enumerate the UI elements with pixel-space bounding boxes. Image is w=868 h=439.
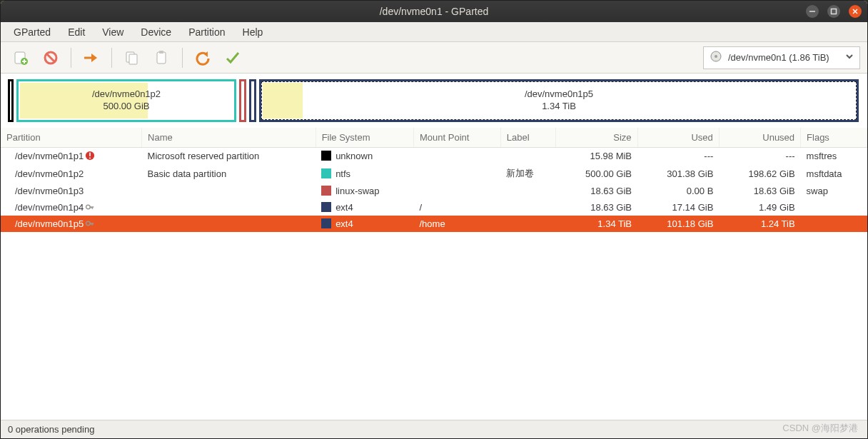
partition-block[interactable] [249,79,256,122]
toolbar-separator [111,48,112,68]
svg-point-15 [715,55,717,58]
col-size[interactable]: Size [556,128,637,148]
cell-mount: /home [413,216,500,232]
table-row[interactable]: /dev/nvme0n1p5ext4/home1.34 TiB101.18 Gi… [1,216,867,232]
col-used[interactable]: Used [637,128,719,148]
chevron-down-icon [845,52,854,63]
cell-used: 17.14 GiB [637,199,719,216]
fs-color-swatch [321,218,331,228]
toolbar: /dev/nvme0n1 (1.86 TiB) [1,42,867,74]
table-row[interactable]: /dev/nvme0n1p1Microsoft reserved partiti… [1,148,867,165]
col-fs[interactable]: File System [316,128,413,148]
cell-size: 18.63 GiB [556,183,637,199]
cell-fs: unknown [316,148,413,165]
cell-flags [801,216,867,232]
statusbar: 0 operations pending [1,420,867,438]
table-row[interactable]: /dev/nvme0n1p3linux-swap18.63 GiB0.00 B1… [1,183,867,199]
partition-block[interactable]: /dev/nvme0n1p2500.00 GiB [16,79,236,122]
cell-unused: 18.63 GiB [719,183,800,199]
partition-map: /dev/nvme0n1p2500.00 GiB/dev/nvme0n1p51.… [1,74,867,128]
menu-gparted[interactable]: GParted [6,24,58,41]
titlebar: /dev/nvme0n1 - GParted [1,1,867,22]
menubar: GPartedEditViewDevicePartitionHelp [1,22,867,42]
fs-color-swatch [321,186,331,196]
cell-fs: ext4 [316,216,413,232]
menu-help[interactable]: Help [236,24,271,41]
cell-fs: linux-swap [316,183,413,199]
svg-rect-17 [89,153,91,156]
svg-point-20 [86,221,91,226]
svg-rect-11 [129,54,137,64]
svg-point-19 [86,205,91,209]
partition-block[interactable]: /dev/nvme0n1p51.34 TiB [259,79,859,122]
partition-block[interactable] [239,79,246,122]
key-icon [85,218,95,228]
warning-icon [85,151,95,161]
partition-block-label: /dev/nvme0n1p51.34 TiB [525,89,593,113]
cell-name: Basic data partition [142,164,316,183]
undo-button[interactable] [190,45,216,71]
table-header-row: Partition Name File System Mount Point L… [1,128,867,148]
cell-unused: 1.24 TiB [719,216,800,232]
menu-view[interactable]: View [95,24,131,41]
col-mount[interactable]: Mount Point [413,128,500,148]
key-icon [85,202,95,212]
cell-unused: --- [719,148,800,165]
partition-block-label: /dev/nvme0n1p2500.00 GiB [92,89,161,113]
cell-name [142,183,316,199]
col-partition[interactable]: Partition [1,128,142,148]
svg-rect-18 [89,158,91,159]
cell-used: 301.38 GiB [637,164,719,183]
fs-color-swatch [321,168,331,178]
copy-button[interactable] [119,45,145,71]
cell-label [500,216,556,232]
cell-label: 新加卷 [500,164,556,183]
menu-partition[interactable]: Partition [181,24,232,41]
cell-name [142,216,316,232]
cell-partition: /dev/nvme0n1p2 [1,164,142,183]
resize-move-button[interactable] [79,45,104,71]
svg-rect-13 [159,51,163,54]
cell-flags [801,199,867,216]
menu-edit[interactable]: Edit [61,24,92,41]
cell-partition: /dev/nvme0n1p5 [1,216,142,232]
toolbar-separator [71,48,71,68]
table-row[interactable]: /dev/nvme0n1p4ext4/18.63 GiB17.14 GiB1.4… [1,199,867,216]
disk-icon [710,50,722,65]
fs-color-swatch [321,151,331,161]
cell-flags: swap [801,183,867,199]
device-selector-label: /dev/nvme0n1 (1.86 TiB) [728,52,829,63]
cell-flags: msftdata [801,164,867,183]
cell-fs: ext4 [316,199,413,216]
cell-label [500,183,556,199]
cell-name: Microsoft reserved partition [142,148,316,165]
delete-partition-button[interactable] [38,45,64,71]
partition-block[interactable] [8,79,14,122]
col-name[interactable]: Name [142,128,316,148]
cell-partition: /dev/nvme0n1p1 [1,148,142,165]
col-label[interactable]: Label [500,128,556,148]
cell-fs: ntfs [316,164,413,183]
device-selector[interactable]: /dev/nvme0n1 (1.86 TiB) [703,46,860,69]
paste-button[interactable] [149,45,175,71]
cell-flags: msftres [801,148,867,165]
cell-used: 0.00 B [637,183,719,199]
app-window: /dev/nvme0n1 - GParted GPartedEditViewDe… [0,0,868,439]
table-row[interactable]: /dev/nvme0n1p2Basic data partitionntfs新加… [1,164,867,183]
cell-partition: /dev/nvme0n1p4 [1,199,142,216]
cell-mount [413,148,500,165]
cell-mount [413,183,500,199]
apply-button[interactable] [220,45,246,71]
status-text: 0 operations pending [8,424,94,435]
window-title: /dev/nvme0n1 - GParted [1,6,867,17]
cell-partition: /dev/nvme0n1p3 [1,183,142,199]
menu-device[interactable]: Device [133,24,178,41]
col-flags[interactable]: Flags [801,128,867,148]
cell-label [500,148,556,165]
cell-used: 101.18 GiB [637,216,719,232]
col-unused[interactable]: Unused [719,128,800,148]
watermark: CSDN @海阳梦港 [782,422,858,435]
fs-color-swatch [321,202,331,212]
cell-size: 1.34 TiB [556,216,637,232]
new-partition-button[interactable] [8,45,34,71]
